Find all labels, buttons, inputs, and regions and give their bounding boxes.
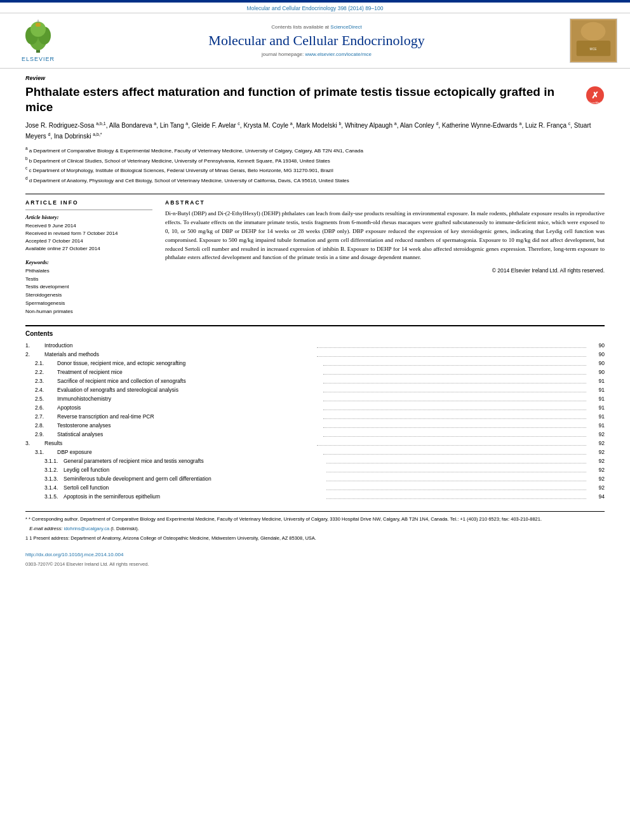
contents-text: Contents lists available at: [271, 24, 329, 30]
toc-item-dots: [323, 418, 587, 419]
toc-item-title: Immunohistochemistry: [57, 394, 321, 403]
footer-section: * * Corresponding author. Department of …: [25, 511, 605, 568]
toc-item-title: Results: [44, 439, 314, 448]
toc-item-dots: [323, 383, 587, 383]
toc-item-dots: [323, 427, 587, 428]
toc-item-dots: [323, 392, 587, 392]
toc-item-number: 3.1.: [25, 448, 57, 457]
email-address[interactable]: idohrins@ucalgary.ca: [64, 526, 109, 531]
toc-item: 3.1.1.General parameters of recipient mi…: [25, 457, 605, 465]
toc-item-dots: [323, 401, 587, 401]
toc-item-dots: [323, 365, 587, 366]
toc-item-title: Introduction: [44, 341, 314, 350]
toc-item-number: 2.1.: [25, 359, 57, 368]
keyword-primates: Non-human primates: [25, 308, 152, 316]
abstract-header: ABSTRACT: [165, 199, 605, 206]
toc-item-dots: [317, 356, 587, 357]
toc-item-page: 91: [589, 394, 605, 403]
toc-item-number: 2.2.: [25, 368, 57, 377]
toc-item: 2.Materials and methods90: [25, 350, 605, 359]
toc-item-dots: [323, 454, 587, 455]
doi-link[interactable]: http://dx.doi.org/10.1016/j.mce.2014.10.…: [25, 551, 605, 559]
svg-text:MCE: MCE: [590, 48, 598, 51]
toc-item-number: 3.1.3.: [25, 474, 64, 483]
contents-section: Contents 1.Introduction902.Materials and…: [25, 325, 605, 501]
keyword-spermatogenesis: Spermatogenesis: [25, 300, 152, 308]
toc-item: 2.1.Donor tissue, recipient mice, and ec…: [25, 359, 605, 368]
toc-list: 1.Introduction902.Materials and methods9…: [25, 341, 605, 501]
toc-item-page: 94: [589, 492, 605, 501]
toc-item-page: 92: [589, 474, 605, 483]
article-body-columns: ARTICLE INFO Article history: Received 9…: [25, 194, 605, 316]
main-content: Review Phthalate esters affect maturatio…: [0, 69, 630, 574]
toc-item: 2.8.Testosterone analyses91: [25, 421, 605, 430]
toc-item-title: Materials and methods: [44, 350, 314, 359]
toc-item-title: Sertoli cell function: [64, 483, 324, 492]
received-date: Received 9 June 2014: [25, 222, 152, 230]
journal-cover-image: MCE: [570, 18, 617, 63]
toc-item: 3.1.5.Apoptosis in the seminiferous epit…: [25, 492, 605, 501]
affil-d: d d Department of Anatomy, Physiology an…: [25, 175, 605, 185]
abstract-text: Di-n-Butyl (DBP) and Di-(2-EthylHexyl) (…: [165, 210, 605, 263]
toc-item-number: 2.8.: [25, 421, 57, 430]
toc-item-page: 92: [589, 457, 605, 465]
keyword-phthalates: Phthalates: [25, 267, 152, 276]
accepted-date: Accepted 7 October 2014: [25, 237, 152, 245]
toc-item: 2.9.Statistical analyses92: [25, 430, 605, 439]
toc-item: 3.Results92: [25, 439, 605, 448]
copyright-line: © 2014 Elsevier Ireland Ltd. All rights …: [165, 267, 605, 274]
toc-item: 2.3.Sacrifice of recipient mice and coll…: [25, 377, 605, 385]
toc-item-page: 92: [589, 483, 605, 492]
article-info-divider: [25, 210, 152, 210]
toc-item-dots: [326, 498, 587, 499]
homepage-label: journal homepage:: [262, 51, 304, 57]
abstract-column: ABSTRACT Di-n-Butyl (DBP) and Di-(2-Ethy…: [165, 199, 605, 316]
toc-item-number: 2.7.: [25, 412, 57, 421]
sciencedirect-link[interactable]: ScienceDirect: [330, 24, 361, 30]
toc-item-number: 1.: [25, 341, 44, 350]
footer-note-2: 1 1 Present address: Department of Anato…: [25, 535, 605, 542]
elsevier-logo: ELSEVIER: [13, 20, 64, 62]
toc-item: 2.6.Apoptosis91: [25, 403, 605, 412]
toc-item-title: Seminiferous tubule development and germ…: [64, 474, 324, 483]
journal-homepage-line: journal homepage: www.elsevier.com/locat…: [70, 51, 563, 57]
journal-header-center: Contents lists available at ScienceDirec…: [70, 24, 563, 57]
toc-item-title: Donor tissue, recipient mice, and ectopi…: [57, 359, 321, 368]
toc-item-number: 2.5.: [25, 394, 57, 403]
contents-title: Contents: [25, 330, 605, 337]
affil-b: b b Department of Clinical Studies, Scho…: [25, 156, 605, 165]
toc-item-number: 3.1.2.: [25, 465, 64, 474]
toc-item: 2.2.Treatment of recipient mice90: [25, 368, 605, 377]
toc-item-page: 92: [589, 448, 605, 457]
email-note: (I. Dobrinski).: [111, 526, 139, 531]
homepage-link[interactable]: www.elsevier.com/locate/mce: [305, 51, 372, 57]
toc-item: 3.1.4.Sertoli cell function92: [25, 483, 605, 492]
toc-item-title: Reverse transcription and real-time PCR: [57, 412, 321, 421]
toc-item-number: 2.9.: [25, 430, 57, 439]
article-history-label: Article history:: [25, 214, 152, 220]
crossmark-badge[interactable]: ✗ CrossMark: [586, 86, 605, 105]
toc-item-title: Apoptosis: [57, 403, 321, 412]
toc-item-page: 90: [589, 359, 605, 368]
article-section-label: Review: [25, 75, 605, 81]
article-title-row: Phthalate esters affect maturation and f…: [25, 84, 605, 115]
toc-item-page: 91: [589, 377, 605, 385]
toc-item: 3.1.DBP exposure92: [25, 448, 605, 457]
toc-item-page: 92: [589, 465, 605, 474]
toc-item-number: 3.: [25, 439, 44, 448]
svg-text:✗: ✗: [591, 90, 599, 100]
toc-item-number: 3.1.5.: [25, 492, 64, 501]
toc-item: 1.Introduction90: [25, 341, 605, 350]
affil-c: c c Department of Morphology, Institute …: [25, 165, 605, 175]
toc-item-number: 2.3.: [25, 377, 57, 385]
toc-item-page: 91: [589, 403, 605, 412]
toc-item-dots: [326, 472, 587, 472]
toc-item-dots: [323, 436, 587, 437]
keyword-testis: Testis: [25, 276, 152, 284]
toc-item-title: Testosterone analyses: [57, 421, 321, 430]
toc-item-number: 2.6.: [25, 403, 57, 412]
journal-header: ELSEVIER Contents lists available at Sci…: [0, 13, 630, 69]
toc-item: 3.1.3.Seminiferous tubule development an…: [25, 474, 605, 483]
toc-item-dots: [326, 481, 587, 481]
toc-item: 2.5.Immunohistochemistry91: [25, 394, 605, 403]
